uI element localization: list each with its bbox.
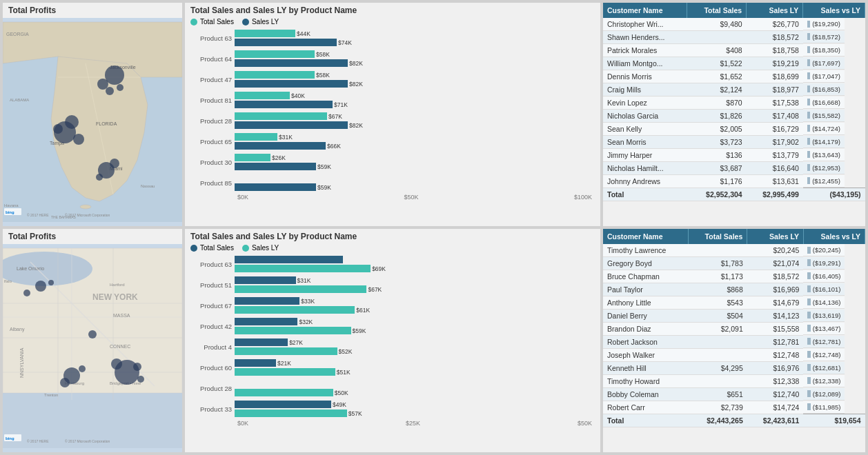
svg-text:MASSA: MASSA	[113, 313, 130, 318]
svg-point-56	[133, 363, 141, 371]
sales-ly-bar	[235, 39, 337, 46]
sparkbar	[807, 72, 810, 79]
total-sales	[688, 244, 747, 257]
svg-text:© 2017 Microsoft Corporation: © 2017 Microsoft Corporation	[65, 213, 110, 217]
total-sales: $136	[687, 149, 747, 162]
sparkbar	[807, 164, 810, 171]
table-header-2[interactable]: Sales LY	[747, 3, 803, 18]
total-sales: $2,005	[687, 123, 747, 136]
svg-text:Havana: Havana	[4, 203, 19, 208]
total-sales-bar	[235, 297, 299, 305]
chart-panel: Total Sales and Sales LY by Product Name…	[185, 3, 600, 226]
sales-ly-label: $74K	[338, 39, 352, 46]
sales-ly-bar-track: $52K	[235, 347, 595, 355]
total-sales-label: $31K	[297, 277, 311, 284]
map-container[interactable]: Jacksonville FLORIDA Tampa Miami ALABAMA…	[3, 18, 182, 226]
bar-row: Product 65$31K$66K	[190, 132, 595, 151]
vs-ly-value: ($16,405)	[813, 272, 841, 280]
total-sales-bar-track: $33K	[235, 297, 595, 305]
sales-vs-ly-cell: ($13,619)	[803, 310, 845, 322]
sales-ly-bar	[235, 59, 348, 67]
sales-ly: $16,969	[747, 283, 804, 296]
total-sales: $9,480	[687, 18, 747, 31]
sales-vs-ly-cell: ($16,853)	[803, 83, 845, 96]
sparkbar	[807, 377, 810, 384]
svg-point-25	[110, 159, 119, 168]
total-sales: $2,739	[688, 401, 747, 414]
sales-ly-bar	[235, 142, 326, 150]
sales-ly: $15,558	[747, 323, 804, 336]
chart-title: Total Sales and Sales LY by Product Name	[185, 3, 600, 17]
total-sales-sum: $2,952,304	[687, 188, 747, 201]
bar-container: $67K$82K	[235, 111, 595, 130]
total-sales-bar	[235, 154, 270, 161]
vs-ly-value: ($14,724)	[812, 125, 840, 132]
sales-ly-bar	[235, 121, 348, 129]
sales-vs-ly-cell: ($17,047)	[803, 70, 845, 83]
total-sales: $3,723	[687, 136, 747, 149]
total-sales-label: $44K	[297, 30, 310, 37]
sales-ly: $18,572	[747, 270, 804, 283]
chart-axis: $0K$50K$100K	[235, 194, 595, 201]
total-sales-bar-track: $27K	[235, 338, 595, 346]
sparkbar	[807, 99, 810, 105]
sparkbar	[807, 247, 810, 254]
bar-row: Product 63$69K	[190, 254, 595, 274]
chart-title: Total Sales and Sales LY by Product Name	[185, 229, 600, 243]
map-title: Total Profits	[3, 229, 182, 244]
svg-text:CONNEC: CONNEC	[110, 344, 130, 349]
sales-vs-ly-cell: ($12,748)	[803, 349, 845, 361]
total-vs-ly-sum: $19,654	[803, 414, 865, 427]
bar-container: $27K$52K	[235, 337, 595, 356]
total-sales: $868	[688, 283, 747, 296]
bar-container: $32K$59K	[235, 316, 595, 336]
svg-point-62	[23, 290, 30, 296]
table-header-2[interactable]: Sales LY	[747, 229, 804, 244]
sales-ly: $18,758	[747, 44, 803, 57]
bar-container: $26K$59K	[235, 152, 595, 172]
legend-dot	[190, 19, 197, 26]
svg-point-18	[106, 87, 114, 95]
customer-name: Daniel Berry	[603, 310, 688, 323]
sales-vs-ly-cell: ($18,350)	[803, 44, 845, 57]
sales-vs-ly-cell: ($11,985)	[803, 401, 845, 414]
table-row: Sean Kelly$2,005$16,729($14,724)	[603, 123, 865, 136]
sales-ly: $20,245	[747, 244, 804, 257]
chart-legend: Total SalesSales LY	[185, 17, 600, 27]
bar-row: Product 81$40K$71K	[190, 90, 595, 110]
bar-row: Product 67$33K$61K	[190, 296, 595, 315]
sales-ly-label: $61K	[356, 307, 370, 314]
sales-ly: $21,074	[747, 257, 804, 270]
total-sales-bar	[235, 50, 315, 58]
table-header-1[interactable]: Total Sales	[687, 3, 747, 18]
bar-container: $21K$51K	[235, 358, 595, 377]
bar-row: Product 30$26K$59K	[190, 152, 595, 172]
sales-ly-bar-track: $69K	[235, 265, 595, 272]
total-sales: $1,176	[687, 175, 747, 188]
sales-vs-ly-cell: ($16,101)	[803, 283, 845, 296]
svg-text:FLORIDA: FLORIDA	[96, 121, 117, 126]
table-header-0[interactable]: Customer Name	[603, 3, 687, 18]
sales-ly: $12,740	[747, 388, 804, 401]
sales-ly: $12,748	[747, 349, 804, 362]
sales-ly-bar	[235, 285, 366, 293]
table-header-1[interactable]: Total Sales	[688, 229, 747, 244]
svg-point-22	[53, 124, 63, 134]
total-sales-bar	[235, 112, 327, 120]
sales-ly-bar	[235, 265, 371, 272]
total-sales-label: $32K	[299, 318, 313, 325]
bar-container: $49K$57K	[235, 399, 595, 418]
table-header-3[interactable]: Sales vs LY	[803, 3, 865, 18]
total-vs-ly-sum: ($43,195)	[803, 188, 865, 201]
table-row: Bruce Chapman$1,173$18,572($16,405)	[603, 270, 865, 283]
customer-name: Kenneth Hill	[603, 362, 688, 375]
table-row: Christopher Wri...$9,480$26,770($19,290)	[603, 18, 865, 31]
table-header-3[interactable]: Sales vs LY	[803, 229, 865, 244]
chart-panel: Total Sales and Sales LY by Product Name…	[185, 229, 600, 452]
sales-vs-ly-cell: ($20,245)	[803, 244, 845, 256]
map-container[interactable]: Lake Ontario NEW YORK Albany MASSA CONNE…	[3, 244, 182, 452]
total-sales-sum: $2,443,265	[688, 414, 747, 427]
table-header-0[interactable]: Customer Name	[603, 229, 688, 244]
svg-point-63	[48, 280, 54, 285]
sales-ly-label: $82K	[349, 122, 363, 129]
